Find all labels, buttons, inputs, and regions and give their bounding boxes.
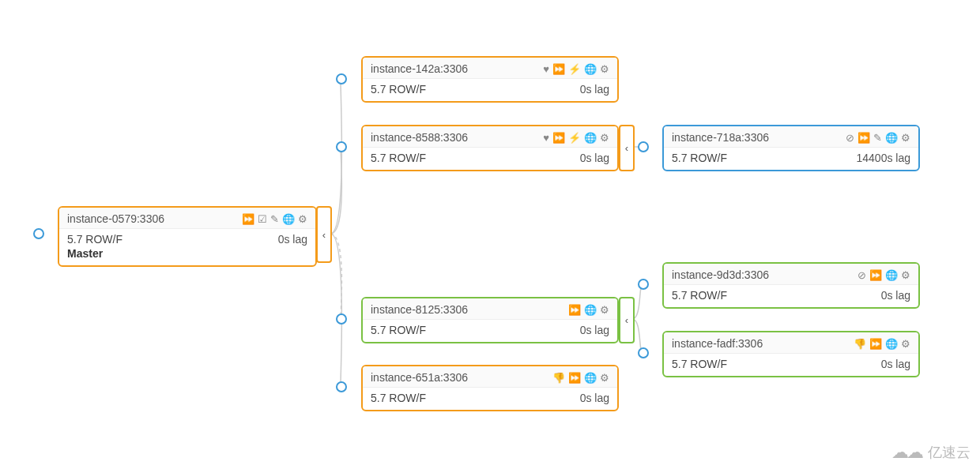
check-edit-icon[interactable]: ☑ [258, 214, 267, 224]
globe-icon[interactable]: 🌐 [584, 373, 597, 383]
node-version: 5.7 ROW/F [672, 289, 727, 302]
thumbs-down-icon[interactable]: 👎 [854, 339, 866, 349]
node-title: instance-8588:3306 [371, 131, 468, 144]
gear-icon[interactable]: ⚙ [600, 373, 609, 383]
globe-icon[interactable]: 🌐 [282, 214, 295, 224]
node-title: instance-fadf:3306 [672, 337, 763, 350]
node-lag: 0s lag [278, 233, 307, 246]
gear-icon[interactable]: ⚙ [600, 305, 609, 315]
forward-icon[interactable]: ⏩ [568, 373, 581, 383]
globe-icon[interactable]: 🌐 [584, 133, 597, 143]
forward-icon[interactable]: ⏩ [869, 339, 882, 349]
node-lag: 0s lag [580, 324, 609, 336]
node-title: instance-651a:3306 [371, 371, 468, 384]
forward-icon[interactable]: ⏩ [858, 133, 870, 143]
heart-icon[interactable]: ♥ [543, 133, 549, 143]
node-title: instance-9d3d:3306 [672, 268, 769, 281]
forward-icon[interactable]: ⏩ [552, 64, 565, 74]
heart-icon[interactable]: ♥ [543, 64, 549, 74]
node-version: 5.7 ROW/F [672, 152, 727, 164]
globe-icon[interactable]: 🌐 [885, 270, 898, 280]
node-icons[interactable]: 👎⏩🌐⚙ [552, 373, 609, 383]
forward-icon[interactable]: ⏩ [568, 305, 581, 315]
forward-icon[interactable]: ⏩ [552, 133, 565, 143]
node-icons[interactable]: ⏩☑✎🌐⚙ [242, 214, 307, 224]
anchor-dot [638, 347, 649, 358]
node-8125[interactable]: instance-8125:3306 ⏩🌐⚙ 5.7 ROW/F 0s lag [361, 297, 619, 343]
chevron-left-icon: ‹ [625, 314, 628, 326]
node-title: instance-142a:3306 [371, 62, 468, 75]
anchor-dot [638, 141, 649, 152]
node-lag: 0s lag [580, 152, 609, 164]
watermark: ☁☁ 亿速云 [891, 442, 971, 463]
thumbs-down-icon[interactable]: 👎 [552, 373, 565, 383]
node-lag: 0s lag [580, 83, 609, 96]
pencil-icon[interactable]: ✎ [873, 133, 882, 143]
node-version: 5.7 ROW/F [371, 324, 426, 336]
node-version: 5.7 ROW/F [371, 392, 426, 404]
node-title: instance-718a:3306 [672, 131, 769, 144]
node-lag: 0s lag [881, 289, 910, 302]
anchor-dot [336, 381, 347, 392]
node-lag: 0s lag [580, 392, 609, 404]
globe-icon[interactable]: 🌐 [584, 64, 597, 74]
node-icons[interactable]: ⊘⏩✎🌐⚙ [846, 133, 910, 143]
node-icons[interactable]: 👎⏩🌐⚙ [854, 339, 910, 349]
pencil-icon[interactable]: ✎ [270, 214, 279, 224]
chevron-left-icon: ‹ [625, 142, 628, 154]
node-title: instance-8125:3306 [371, 303, 468, 316]
node-version: 5.7 ROW/F [672, 358, 727, 370]
collapse-toggle[interactable]: ‹ [619, 297, 635, 343]
node-master[interactable]: instance-0579:3306 ⏩☑✎🌐⚙ 5.7 ROW/F Maste… [58, 206, 317, 267]
stop-icon[interactable]: ⊘ [846, 133, 854, 143]
collapse-toggle[interactable]: ‹ [316, 206, 332, 263]
node-8588[interactable]: instance-8588:3306 ♥⏩⚡🌐⚙ 5.7 ROW/F 0s la… [361, 125, 619, 171]
gear-icon[interactable]: ⚙ [901, 133, 910, 143]
downtime-icon[interactable]: ⚡ [568, 133, 581, 143]
node-fadf[interactable]: instance-fadf:3306 👎⏩🌐⚙ 5.7 ROW/F 0s lag [662, 331, 920, 377]
gear-icon[interactable]: ⚙ [298, 214, 307, 224]
gear-icon[interactable]: ⚙ [600, 133, 609, 143]
node-651a[interactable]: instance-651a:3306 👎⏩🌐⚙ 5.7 ROW/F 0s lag [361, 365, 619, 411]
anchor-dot [336, 313, 347, 325]
anchor-dot [33, 228, 44, 239]
node-version: 5.7 ROW/F [371, 152, 426, 164]
downtime-icon[interactable]: ⚡ [568, 64, 581, 74]
forward-icon[interactable]: ⏩ [242, 214, 254, 224]
node-title: instance-0579:3306 [67, 212, 164, 225]
node-icons[interactable]: ♥⏩⚡🌐⚙ [543, 133, 609, 143]
gear-icon[interactable]: ⚙ [901, 270, 910, 280]
node-version: 5.7 ROW/F [67, 233, 122, 246]
forward-icon[interactable]: ⏩ [869, 270, 882, 280]
watermark-text: 亿速云 [928, 443, 971, 462]
globe-icon[interactable]: 🌐 [885, 339, 898, 349]
globe-icon[interactable]: 🌐 [885, 133, 898, 143]
gear-icon[interactable]: ⚙ [901, 339, 910, 349]
node-718a[interactable]: instance-718a:3306 ⊘⏩✎🌐⚙ 5.7 ROW/F 14400… [662, 125, 920, 171]
collapse-toggle[interactable]: ‹ [619, 125, 635, 171]
gear-icon[interactable]: ⚙ [600, 64, 609, 74]
node-lag: 14400s lag [856, 152, 910, 164]
node-9d3d[interactable]: instance-9d3d:3306 ⊘⏩🌐⚙ 5.7 ROW/F 0s lag [662, 262, 920, 309]
node-icons[interactable]: ♥⏩⚡🌐⚙ [543, 64, 609, 74]
globe-icon[interactable]: 🌐 [584, 305, 597, 315]
anchor-dot [336, 73, 347, 84]
anchor-dot [336, 141, 347, 152]
node-142a[interactable]: instance-142a:3306 ♥⏩⚡🌐⚙ 5.7 ROW/F 0s la… [361, 56, 619, 103]
node-icons[interactable]: ⏩🌐⚙ [568, 305, 609, 315]
anchor-dot [638, 279, 649, 290]
chevron-left-icon: ‹ [322, 229, 326, 241]
node-icons[interactable]: ⊘⏩🌐⚙ [858, 270, 910, 280]
node-lag: 0s lag [881, 358, 910, 370]
node-version: 5.7 ROW/F [371, 83, 426, 96]
node-role: Master [67, 247, 122, 260]
stop-icon[interactable]: ⊘ [858, 270, 866, 280]
cloud-icon: ☁☁ [891, 442, 922, 463]
